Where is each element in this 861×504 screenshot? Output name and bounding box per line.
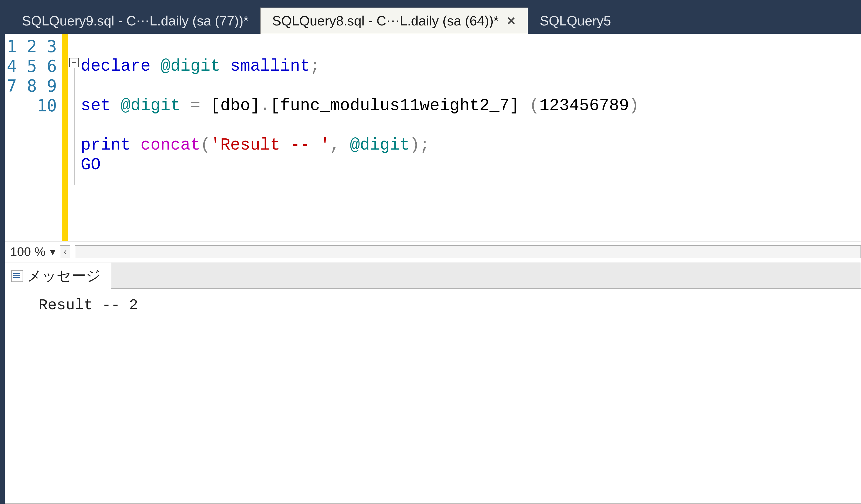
chevron-down-icon[interactable]: ▾ (50, 246, 55, 258)
line-number-gutter: 1 2 3 4 5 6 7 8 9 10 (5, 34, 62, 241)
messages-output: Result -- 2 (5, 289, 861, 503)
modification-indicator-bar (62, 34, 68, 241)
results-pane: メッセージ Result -- 2 (5, 262, 861, 504)
code-area[interactable]: 1 2 3 4 5 6 7 8 9 10 − declare @digit sm… (5, 34, 861, 241)
tab-label: SQLQuery9.sql - C⋯L.daily (sa (77))* (22, 13, 249, 29)
fold-column: − (68, 34, 81, 241)
horizontal-scrollbar[interactable] (75, 245, 861, 258)
editor-footer: 100 % ▾ ‹ (5, 241, 861, 262)
document-tab-inactive[interactable]: SQLQuery5 (528, 8, 623, 34)
tab-label: SQLQuery8.sql - C⋯L.daily (sa (64))* (272, 13, 499, 29)
fold-toggle-icon[interactable]: − (69, 58, 79, 67)
messages-tab-label: メッセージ (27, 266, 101, 286)
code-editor: 1 2 3 4 5 6 7 8 9 10 − declare @digit sm… (5, 34, 861, 262)
output-line: Result -- 2 (39, 297, 138, 314)
close-icon[interactable]: ✕ (506, 14, 516, 28)
messages-icon (11, 270, 23, 282)
tab-label: SQLQuery5 (539, 13, 611, 29)
document-tab-active[interactable]: SQLQuery8.sql - C⋯L.daily (sa (64))* ✕ (260, 8, 528, 34)
messages-tab[interactable]: メッセージ (5, 263, 111, 289)
code-text[interactable]: declare @digit smallint; set @digit = [d… (81, 34, 639, 241)
document-tab-inactive[interactable]: SQLQuery9.sql - C⋯L.daily (sa (77))* (10, 8, 260, 34)
document-tab-strip: SQLQuery9.sql - C⋯L.daily (sa (77))* SQL… (0, 0, 861, 34)
scroll-left-button[interactable]: ‹ (60, 245, 70, 258)
results-tab-strip: メッセージ (5, 262, 861, 289)
zoom-level[interactable]: 100 % (10, 245, 45, 259)
fold-guide-line (74, 68, 74, 185)
scroll-left-icon: ‹ (64, 246, 67, 257)
